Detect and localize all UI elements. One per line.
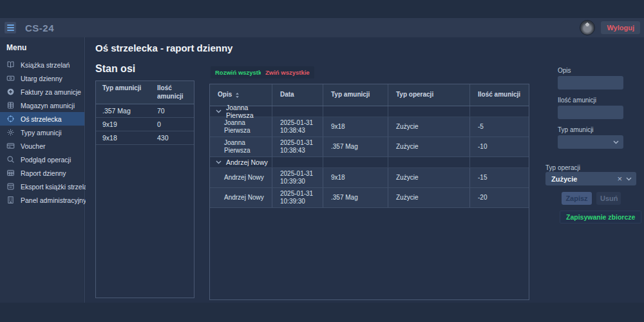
sidebar-item-ksiazka-strzelan[interactable]: Książka strzelań: [0, 58, 84, 71]
delete-button[interactable]: Usuń: [596, 192, 621, 205]
column-header: Typ amunicji: [96, 81, 151, 104]
crosshair-icon: [6, 115, 15, 124]
cell-ilosc: -10: [469, 137, 529, 156]
group-row[interactable]: Joanna Pierwsza: [210, 106, 529, 117]
cell-data: 2025-01-31 10:39:30: [272, 188, 323, 207]
app-brand: CS-24: [25, 23, 54, 33]
banknote-icon: [6, 74, 15, 83]
sidebar-item-label: Podgląd operacji: [21, 156, 71, 164]
report-icon: [6, 169, 15, 178]
column-header: Ilość amunicji: [151, 81, 194, 104]
typ-amunicji-label: Typ amunicji: [558, 126, 594, 133]
warehouse-icon: [6, 101, 15, 110]
logout-button[interactable]: Wyloguj: [601, 21, 640, 34]
search-icon: [6, 155, 15, 164]
typ-operacji-select[interactable]: Zużycie ×: [545, 172, 636, 185]
sidebar-item-label: Książka strzelań: [21, 61, 70, 69]
chevron-down-icon[interactable]: [216, 109, 222, 113]
stan-osi-header-row: Typ amunicji Ilość amunicji: [96, 81, 194, 104]
column-header-opis[interactable]: Opis: [218, 91, 232, 99]
cell-opis: Joanna Pierwsza: [210, 117, 272, 137]
report-table: Opis Data Typ amunicji Typ operacji Iloś…: [209, 84, 529, 300]
cell-data: 2025-01-31 10:39:30: [272, 168, 323, 187]
book-icon: [6, 61, 15, 70]
cell-ilosc-amunicji: 430: [151, 131, 194, 144]
cell-data: 2025-01-31 10:38:43: [272, 137, 323, 156]
cell-typ-amunicji: 9x19: [96, 118, 151, 131]
cell-ilosc: -15: [469, 168, 529, 187]
sidebar-item-label: Eksport książki strzelań: [21, 183, 91, 191]
gear-icon: [6, 128, 15, 137]
sidebar-item-magazyn[interactable]: Magazyn amunicji: [0, 99, 84, 112]
sidebar-item-faktury[interactable]: Faktury za amunicje: [0, 85, 84, 99]
table-row[interactable]: Andrzej Nowy 2025-01-31 10:39:30 9x18 Zu…: [210, 168, 529, 188]
sort-icon[interactable]: [235, 92, 240, 99]
page-title: Oś strzelecka - raport dzienny: [95, 43, 232, 53]
sidebar-item-typy-amunicji[interactable]: Typy amunicji: [0, 126, 84, 139]
main-content: Oś strzelecka - raport dzienny Stan osi …: [86, 37, 644, 303]
table-row[interactable]: Joanna Pierwsza 2025-01-31 10:38:43 9x18…: [210, 117, 529, 137]
table-row: 9x18 430: [96, 131, 194, 145]
column-header-typ-amunicji: Typ amunicji: [323, 84, 388, 106]
topbar: CS-24 Wyloguj: [0, 18, 644, 37]
cell-typ-operacji: Zużycie: [388, 117, 469, 137]
ilosc-amunicji-label: Ilość amunicji: [558, 97, 596, 104]
cell-ilosc-amunicji: 0: [151, 118, 194, 131]
cell-typ-amunicji: 9x18: [96, 131, 151, 144]
stan-osi-table: Typ amunicji Ilość amunicji .357 Mag 70 …: [95, 80, 194, 298]
cell-typ-amunicji: .357 Mag: [96, 104, 151, 117]
sidebar-item-label: Faktury za amunicje: [21, 88, 81, 96]
voucher-icon: [6, 142, 15, 151]
sidebar-item-label: Raport dzienny: [21, 169, 66, 177]
table-row: 9x19 0: [96, 118, 194, 131]
sidebar-item-podglad-operacji[interactable]: Podgląd operacji: [0, 153, 84, 166]
cell-typ-operacji: Zużycie: [388, 168, 469, 187]
collapse-all-button[interactable]: Zwiń wszystkie: [261, 66, 314, 79]
sidebar-item-utarg-dzienny[interactable]: Utarg dzienny: [0, 71, 84, 85]
column-header-data: Data: [272, 84, 323, 106]
table-row[interactable]: Andrzej Nowy 2025-01-31 10:39:30 .357 Ma…: [210, 188, 529, 208]
sidebar-item-os-strzelecka[interactable]: Oś strzelecka: [0, 112, 84, 126]
sidebar: Menu Książka strzelań Utarg dzienny Fakt…: [0, 37, 85, 303]
column-header-typ-operacji: Typ operacji: [388, 84, 469, 106]
sidebar-item-eksport-ksiazki[interactable]: Eksport książki strzelań: [0, 180, 84, 193]
sidebar-item-label: Magazyn amunicji: [21, 102, 75, 109]
group-name: Andrzej Nowy: [226, 158, 268, 166]
bulk-save-button[interactable]: Zapisywanie zbiorcze: [560, 211, 641, 223]
cell-typ-operacji: Zużycie: [388, 137, 469, 156]
user-avatar[interactable]: [580, 20, 595, 35]
cell-ilosc: -5: [469, 117, 529, 137]
sidebar-menu-header: Menu: [0, 37, 84, 58]
opis-input[interactable]: [558, 76, 623, 90]
group-row[interactable]: Andrzej Nowy: [210, 157, 529, 168]
sidebar-item-label: Voucher: [21, 142, 46, 150]
report-table-header-row: Opis Data Typ amunicji Typ operacji Iloś…: [210, 84, 529, 106]
clear-icon[interactable]: ×: [615, 175, 624, 183]
cell-opis: Andrzej Nowy: [210, 188, 272, 207]
plus-circle-icon: [6, 88, 15, 97]
sidebar-item-raport-dzienny[interactable]: Raport dzienny: [0, 166, 84, 180]
cell-typ-amunicji: 9x18: [323, 168, 388, 187]
chevron-down-icon: [624, 177, 636, 181]
column-header-ilosc-amunicji: Ilość amunicji: [469, 84, 529, 106]
cell-ilosc: -20: [469, 188, 529, 207]
cell-ilosc-amunicji: 70: [151, 104, 194, 117]
sidebar-item-panel-administracyjny[interactable]: Panel administracyjny: [0, 193, 84, 207]
sidebar-item-voucher[interactable]: Voucher: [0, 139, 84, 153]
typ-operacji-label: Typ operacji: [545, 164, 580, 171]
typ-amunicji-select[interactable]: [558, 135, 623, 149]
table-row[interactable]: Joanna Pierwsza 2025-01-31 10:38:43 .357…: [210, 137, 529, 157]
cell-typ-amunicji: 9x18: [323, 117, 388, 137]
hamburger-menu-icon[interactable]: [5, 22, 16, 33]
save-button[interactable]: Zapisz: [562, 192, 592, 205]
chevron-down-icon[interactable]: [216, 160, 222, 164]
cell-opis: Andrzej Nowy: [210, 168, 272, 187]
cell-data: 2025-01-31 10:38:43: [272, 117, 323, 137]
opis-label: Opis: [558, 67, 571, 74]
chevron-down-icon: [611, 140, 623, 144]
cell-typ-amunicji: .357 Mag: [323, 137, 388, 156]
ilosc-amunicji-input[interactable]: [558, 106, 623, 119]
export-icon: [6, 182, 15, 191]
cell-typ-amunicji: .357 Mag: [323, 188, 388, 207]
cell-opis: Joanna Pierwsza: [210, 137, 272, 156]
